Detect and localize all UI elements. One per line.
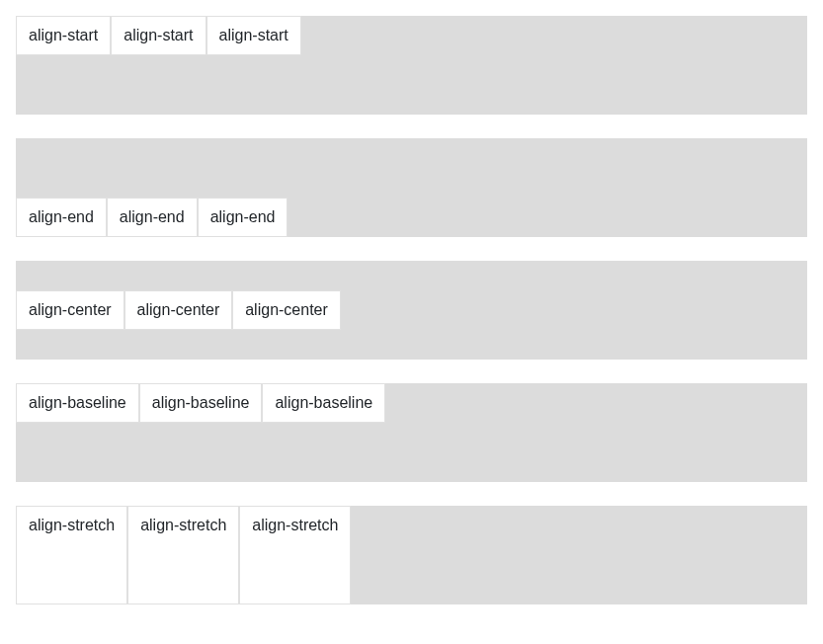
demo-item: align-center (16, 290, 124, 330)
demo-item: align-baseline (262, 383, 385, 423)
demo-item: align-end (16, 198, 107, 237)
demo-item: align-start (206, 16, 301, 55)
demo-item: align-center (232, 290, 341, 330)
align-start-row: align-start align-start align-start (16, 16, 807, 115)
demo-item: align-baseline (16, 383, 139, 423)
align-center-row: align-center align-center align-center (16, 261, 807, 360)
demo-item: align-stretch (16, 506, 127, 604)
demo-item: align-start (16, 16, 111, 55)
demo-item: align-end (107, 198, 198, 237)
demo-item: align-stretch (127, 506, 239, 604)
demo-item: align-stretch (239, 506, 351, 604)
align-end-row: align-end align-end align-end (16, 138, 807, 237)
demo-item: align-baseline (139, 383, 263, 423)
demo-item: align-start (111, 16, 206, 55)
demo-item: align-end (198, 198, 288, 237)
align-stretch-row: align-stretch align-stretch align-stretc… (16, 506, 807, 604)
demo-item: align-center (124, 290, 233, 330)
align-baseline-row: align-baseline align-baseline align-base… (16, 383, 807, 482)
